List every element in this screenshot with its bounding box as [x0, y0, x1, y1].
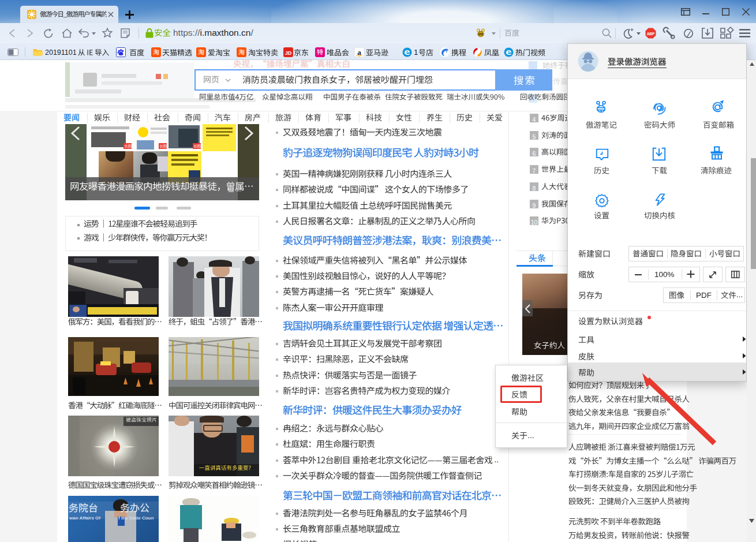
svg-text:ABP: ABP [647, 32, 655, 36]
svg-text:68: 68 [235, 187, 241, 193]
svg-text:JD: JD [285, 50, 292, 56]
